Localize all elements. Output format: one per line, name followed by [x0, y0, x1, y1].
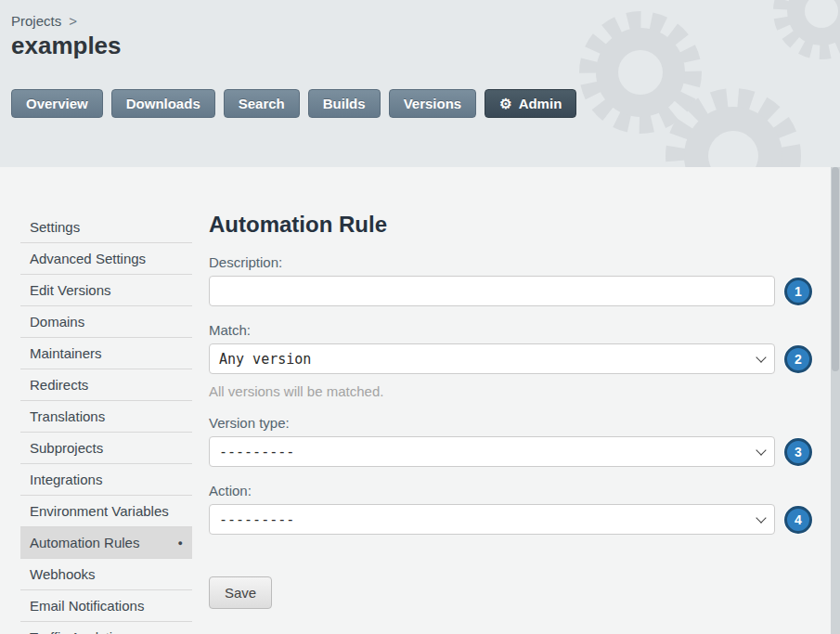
chevron-down-icon — [756, 352, 766, 362]
tab-admin[interactable]: ⚙ Admin — [485, 89, 576, 118]
sidebar-item-label: Translations — [30, 408, 105, 424]
automation-rule-form: Automation Rule Description: 1 Match: An… — [209, 212, 775, 634]
version-type-select-value: --------- — [219, 444, 294, 460]
sidebar-item-label: Automation Rules — [30, 535, 139, 550]
description-field: Description: 1 — [209, 254, 775, 306]
sidebar-item-label: Integrations — [30, 472, 102, 487]
project-nav: Overview Downloads Search Builds Version… — [11, 89, 576, 118]
annotation-badge-4: 4 — [784, 506, 812, 534]
sidebar-item-translations[interactable]: Translations — [20, 401, 192, 433]
sidebar-item-label: Domains — [30, 314, 84, 330]
sidebar-item-settings[interactable]: Settings — [20, 212, 192, 243]
tab-builds[interactable]: Builds — [308, 89, 381, 118]
annotation-badge-3: 3 — [784, 438, 812, 466]
sidebar-item-label: Email Notifications — [30, 598, 144, 614]
sidebar-item-domains[interactable]: Domains — [20, 306, 192, 338]
sidebar-item-integrations[interactable]: Integrations — [20, 464, 192, 496]
match-select[interactable]: Any version — [209, 343, 775, 374]
match-field: Match: Any version 2 All versions will b… — [209, 322, 775, 399]
action-select-value: --------- — [219, 511, 294, 528]
sidebar-item-label: Redirects — [30, 377, 88, 393]
gear-icon: ⚙ — [499, 97, 511, 110]
annotation-badge-1: 1 — [784, 278, 812, 305]
match-label: Match: — [209, 322, 775, 338]
breadcrumb-projects-link[interactable]: Projects — [11, 13, 61, 29]
page: Projects > examples Overview Downloads S… — [0, 0, 840, 634]
action-select[interactable]: --------- — [209, 504, 775, 535]
project-header: Projects > examples Overview Downloads S… — [0, 0, 840, 167]
admin-sidebar: Settings Advanced Settings Edit Versions… — [20, 212, 192, 634]
sidebar-item-label: Edit Versions — [30, 282, 111, 298]
sidebar-item-webhooks[interactable]: Webhooks — [20, 559, 192, 590]
chevron-down-icon — [756, 512, 766, 523]
gear-decoration — [543, 0, 840, 167]
match-select-value: Any version — [219, 351, 311, 368]
admin-content: Settings Advanced Settings Edit Versions… — [0, 167, 831, 634]
sidebar-item-redirects[interactable]: Redirects — [20, 369, 192, 401]
action-label: Action: — [209, 483, 775, 498]
description-label: Description: — [209, 254, 775, 270]
page-title: Automation Rule — [209, 212, 775, 238]
tab-versions[interactable]: Versions — [389, 89, 477, 118]
sidebar-item-maintainers[interactable]: Maintainers — [20, 338, 192, 369]
chevron-down-icon — [756, 445, 766, 455]
tab-search[interactable]: Search — [224, 89, 300, 118]
version-type-label: Version type: — [209, 415, 775, 431]
sidebar-item-label: Maintainers — [30, 345, 102, 361]
tab-overview[interactable]: Overview — [11, 89, 103, 118]
sidebar-item-edit-versions[interactable]: Edit Versions — [20, 275, 192, 306]
sidebar-item-label: Traffic Analytics — [30, 629, 126, 634]
sidebar-item-label: Settings — [30, 219, 80, 235]
version-type-select[interactable]: --------- — [209, 436, 775, 467]
sidebar-item-label: Subprojects — [30, 440, 103, 456]
save-button[interactable]: Save — [209, 576, 272, 609]
sidebar-item-traffic-analytics[interactable]: Traffic Analytics — [20, 622, 192, 634]
breadcrumb: Projects > — [11, 13, 77, 29]
sidebar-item-environment-variables[interactable]: Environment Variables — [20, 496, 192, 527]
match-help-text: All versions will be matched. — [209, 383, 775, 399]
breadcrumb-separator: > — [69, 13, 77, 29]
sidebar-item-label: Webhooks — [30, 566, 96, 582]
active-item-bullet: ● — [178, 538, 183, 548]
sidebar-item-label: Advanced Settings — [30, 251, 146, 266]
scrollbar[interactable] — [831, 167, 840, 634]
sidebar-item-subprojects[interactable]: Subprojects — [20, 433, 192, 464]
sidebar-item-label: Environment Variables — [30, 503, 169, 519]
tab-downloads[interactable]: Downloads — [111, 89, 215, 118]
annotation-badge-2: 2 — [784, 345, 812, 373]
sidebar-item-advanced-settings[interactable]: Advanced Settings — [20, 243, 192, 275]
description-input[interactable] — [209, 276, 775, 306]
project-title: examples — [11, 32, 122, 60]
sidebar-item-email-notifications[interactable]: Email Notifications — [20, 590, 192, 622]
action-field: Action: --------- 4 — [209, 483, 775, 535]
version-type-field: Version type: --------- 3 — [209, 415, 775, 467]
scrollbar-thumb[interactable] — [832, 167, 839, 371]
tab-admin-label: Admin — [519, 96, 562, 111]
sidebar-item-automation-rules[interactable]: Automation Rules ● — [20, 527, 192, 559]
